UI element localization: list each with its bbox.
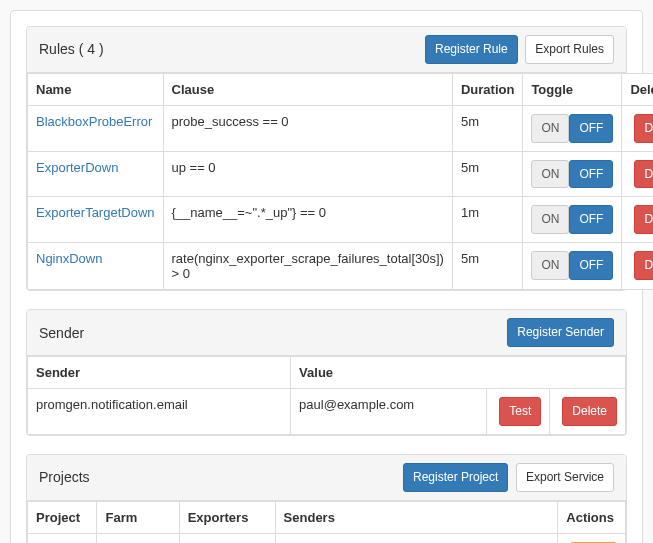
export-rules-button[interactable]: Export Rules [525,35,614,64]
rule-name-link[interactable]: ExporterDown [36,160,118,175]
toggle-on-button[interactable]: ON [531,251,569,280]
rule-duration: 5m [452,151,522,197]
rule-clause: probe_success == 0 [163,105,452,151]
test-sender-button[interactable]: Test [499,397,541,426]
toggle-off-button[interactable]: OFF [569,114,613,143]
projects-col-project: Project [28,501,97,533]
rules-title: Rules ( 4 ) [39,41,104,57]
sender-value: paul@example.com [291,388,487,434]
rule-duration: 1m [452,197,522,243]
projects-title: Projects [39,469,90,485]
rules-col-clause: Clause [163,73,452,105]
projects-col-senders: Senders [275,501,558,533]
rules-col-name: Name [28,73,164,105]
toggle-off-button[interactable]: OFF [569,205,613,234]
toggle-on-button[interactable]: ON [531,114,569,143]
delete-rule-button[interactable]: Delete [634,160,653,189]
toggle-on-button[interactable]: ON [531,160,569,189]
sender-table: Sender Value promgen.notification.emailp… [27,356,626,435]
sender-col-value: Value [291,356,626,388]
sender-col-sender: Sender [28,356,291,388]
table-row: ExporterDownup == 05mONOFFDelete [28,151,654,197]
rules-panel: Rules ( 4 ) Register Rule Export Rules N… [26,26,627,291]
rule-duration: 5m [452,105,522,151]
table-row: Demo ProjectDemo Farm (default)apache911… [28,533,626,543]
delete-rule-button[interactable]: Delete [634,251,653,280]
rules-table: Name Clause Duration Toggle Delete Black… [27,73,653,290]
delete-sender-button[interactable]: Delete [562,397,617,426]
projects-table: Project Farm Exporters Senders Actions D… [27,501,626,543]
export-service-button[interactable]: Export Service [516,463,614,492]
projects-col-farm: Farm [97,501,179,533]
rule-clause: {__name__=~".*_up"} == 0 [163,197,452,243]
project-senders: promgen.notification.linenotifypaul@line… [275,533,558,543]
rules-col-duration: Duration [452,73,522,105]
project-farm: Demo Farm (default) [97,533,179,543]
rules-col-delete: Delete [622,73,653,105]
rule-clause: rate(nginx_exporter_scrape_failures_tota… [163,243,452,290]
projects-header: Projects Register Project Export Service [27,455,626,501]
sender-panel: Sender Register Sender Sender Value prom… [26,309,627,436]
rules-col-toggle: Toggle [523,73,622,105]
rule-name-link[interactable]: NginxDown [36,251,102,266]
project-exporters: apache9117node9100 [179,533,275,543]
table-row: ExporterTargetDown{__name__=~".*_up"} ==… [28,197,654,243]
register-sender-button[interactable]: Register Sender [507,318,614,347]
projects-col-actions: Actions [558,501,626,533]
sender-name: promgen.notification.email [28,388,291,434]
projects-panel: Projects Register Project Export Service… [26,454,627,543]
rules-header: Rules ( 4 ) Register Rule Export Rules [27,27,626,73]
rule-duration: 5m [452,243,522,290]
toggle-off-button[interactable]: OFF [569,160,613,189]
rule-clause: up == 0 [163,151,452,197]
toggle-off-button[interactable]: OFF [569,251,613,280]
table-row: promgen.notification.emailpaul@example.c… [28,388,626,434]
table-row: BlackboxProbeErrorprobe_success == 05mON… [28,105,654,151]
projects-col-exporters: Exporters [179,501,275,533]
toggle-on-button[interactable]: ON [531,205,569,234]
register-project-button[interactable]: Register Project [403,463,508,492]
sender-header: Sender Register Sender [27,310,626,356]
rule-name-link[interactable]: ExporterTargetDown [36,205,155,220]
delete-rule-button[interactable]: Delete [634,114,653,143]
table-row: NginxDownrate(nginx_exporter_scrape_fail… [28,243,654,290]
sender-title: Sender [39,325,84,341]
register-rule-button[interactable]: Register Rule [425,35,518,64]
delete-rule-button[interactable]: Delete [634,205,653,234]
rule-name-link[interactable]: BlackboxProbeError [36,114,152,129]
